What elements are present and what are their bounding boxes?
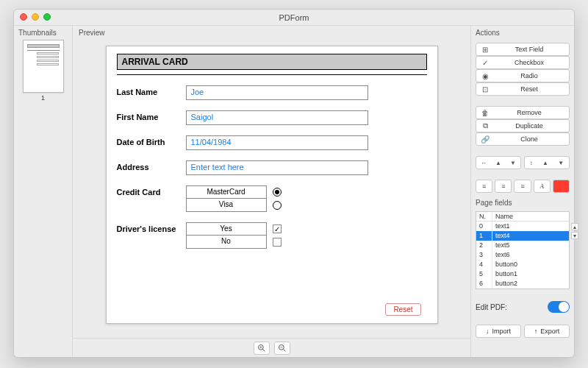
font-icon: A bbox=[539, 183, 544, 190]
checkbox-icon[interactable] bbox=[273, 238, 282, 247]
reset-button[interactable]: Reset bbox=[385, 303, 420, 316]
edit-pdf-toggle[interactable] bbox=[548, 301, 570, 313]
first-name-label: First Name bbox=[117, 110, 186, 121]
thumbnail-page-number: 1 bbox=[18, 94, 68, 102]
action-radio[interactable]: ◉Radio bbox=[476, 69, 570, 82]
action-label: Duplicate bbox=[494, 122, 564, 130]
move-up-button[interactable]: ▲ bbox=[571, 223, 578, 230]
magnify-plus-icon bbox=[257, 344, 266, 353]
close-icon[interactable] bbox=[20, 13, 27, 21]
action-icon: 🔗 bbox=[481, 135, 490, 144]
table-row[interactable]: 3text6 bbox=[476, 250, 569, 260]
col-header-name: Name bbox=[492, 212, 569, 221]
credit-card-label: Credit Card bbox=[117, 185, 186, 197]
upload-icon: ↑ bbox=[534, 328, 538, 335]
align-left-button[interactable]: ≡ bbox=[476, 180, 492, 193]
cc-option-mastercard[interactable]: MasterCard bbox=[186, 185, 267, 199]
preview-panel: Preview ARRIVAL CARD Last Name Joe First… bbox=[73, 26, 471, 357]
table-row[interactable]: 2text5 bbox=[476, 241, 569, 250]
move-down-button[interactable]: ▼ bbox=[571, 232, 578, 239]
font-button[interactable]: A bbox=[534, 180, 551, 193]
magnify-minus-icon bbox=[278, 344, 287, 353]
action-label: Checkbox bbox=[494, 59, 564, 66]
nudge-controls: ↔▲▼ ↕▲▼ bbox=[476, 156, 570, 169]
window-controls bbox=[20, 13, 51, 21]
table-row[interactable]: 6button2 bbox=[476, 279, 569, 289]
action-icon: ⊡ bbox=[481, 85, 490, 93]
table-row[interactable]: 4button0 bbox=[476, 260, 569, 269]
action-icon: ⧉ bbox=[481, 121, 490, 130]
license-option-no[interactable]: No bbox=[186, 236, 267, 249]
window-title: PDForm bbox=[279, 13, 309, 22]
license-label: Driver's license bbox=[117, 222, 186, 233]
radio-icon[interactable] bbox=[273, 201, 282, 210]
preview-canvas: ARRIVAL CARD Last Name Joe First Name Sa… bbox=[73, 40, 470, 338]
checkbox-icon[interactable]: ✓ bbox=[273, 224, 282, 233]
color-swatch[interactable] bbox=[553, 180, 570, 193]
style-controls: ≡ ≡ ≡ A bbox=[476, 180, 570, 193]
svg-line-1 bbox=[262, 349, 265, 351]
svg-line-5 bbox=[283, 349, 285, 351]
radio-icon[interactable] bbox=[273, 188, 282, 197]
form-title: ARRIVAL CARD bbox=[117, 54, 427, 70]
action-label: Reset bbox=[494, 85, 564, 93]
arrow-up-down-icon: ↕ bbox=[530, 160, 533, 166]
actions-panel: Actions ⊞Text Field✓Checkbox◉Radio⊡Reset… bbox=[471, 26, 574, 357]
first-name-field[interactable]: Saigol bbox=[186, 110, 368, 125]
align-center-icon: ≡ bbox=[501, 183, 505, 190]
cc-option-visa[interactable]: Visa bbox=[186, 199, 267, 212]
thumbnails-panel: Thumbnails 1 bbox=[14, 26, 73, 357]
action-clone[interactable]: 🔗Clone bbox=[476, 132, 570, 146]
zoom-bar bbox=[73, 338, 470, 357]
action-icon: ✓ bbox=[481, 59, 490, 67]
last-name-field[interactable]: Joe bbox=[186, 85, 368, 100]
page-thumbnail[interactable] bbox=[23, 40, 64, 93]
col-header-n: N. bbox=[476, 212, 492, 221]
dob-field[interactable]: 11/04/1984 bbox=[186, 135, 368, 150]
action-duplicate[interactable]: ⧉Duplicate bbox=[476, 119, 570, 132]
address-field[interactable]: Enter text here bbox=[186, 160, 368, 175]
table-row[interactable]: 1text4 bbox=[476, 231, 569, 241]
address-label: Address bbox=[117, 160, 186, 171]
preview-label: Preview bbox=[73, 26, 470, 40]
align-right-icon: ≡ bbox=[520, 183, 524, 190]
table-row[interactable]: 5button1 bbox=[476, 269, 569, 279]
actions-label: Actions bbox=[476, 29, 570, 37]
action-label: Radio bbox=[494, 72, 564, 79]
edit-pdf-label: Edit PDF: bbox=[476, 303, 507, 311]
thumbnails-label: Thumbnails bbox=[18, 29, 68, 37]
zoom-in-button[interactable] bbox=[254, 342, 270, 355]
license-option-yes[interactable]: Yes bbox=[186, 222, 267, 236]
action-label: Clone bbox=[494, 135, 564, 143]
titlebar: PDForm bbox=[14, 10, 574, 26]
table-row[interactable]: 0text1 bbox=[476, 222, 569, 231]
zoom-icon[interactable] bbox=[43, 13, 51, 21]
download-icon: ↓ bbox=[486, 328, 490, 335]
action-remove[interactable]: 🗑Remove bbox=[476, 106, 570, 119]
align-center-button[interactable]: ≡ bbox=[495, 180, 512, 193]
nudge-vertical[interactable]: ↕▲▼ bbox=[524, 156, 570, 169]
app-window: PDForm Thumbnails 1 Preview bbox=[13, 9, 575, 358]
arrow-left-right-icon: ↔ bbox=[481, 160, 487, 166]
align-left-icon: ≡ bbox=[482, 183, 486, 190]
action-text-field[interactable]: ⊞Text Field bbox=[476, 43, 570, 56]
export-button[interactable]: ↑Export bbox=[524, 325, 570, 338]
action-reset[interactable]: ⊡Reset bbox=[476, 82, 570, 96]
nudge-horizontal[interactable]: ↔▲▼ bbox=[476, 156, 521, 169]
last-name-label: Last Name bbox=[117, 85, 186, 96]
action-icon: 🗑 bbox=[481, 109, 490, 117]
zoom-out-button[interactable] bbox=[274, 342, 290, 355]
import-button[interactable]: ↓Import bbox=[476, 325, 521, 338]
action-label: Remove bbox=[494, 109, 564, 116]
dob-label: Date of Birth bbox=[117, 135, 186, 146]
action-checkbox[interactable]: ✓Checkbox bbox=[476, 56, 570, 69]
page-fields-label: Page fields bbox=[476, 199, 570, 207]
minimize-icon[interactable] bbox=[32, 13, 39, 21]
action-icon: ◉ bbox=[481, 72, 490, 80]
action-icon: ⊞ bbox=[481, 46, 490, 54]
page-fields-table[interactable]: N. Name 0text11text42text53text64button0… bbox=[476, 211, 570, 289]
align-right-button[interactable]: ≡ bbox=[514, 180, 531, 193]
action-label: Text Field bbox=[494, 46, 564, 53]
pdf-page: ARRIVAL CARD Last Name Joe First Name Sa… bbox=[106, 46, 438, 324]
